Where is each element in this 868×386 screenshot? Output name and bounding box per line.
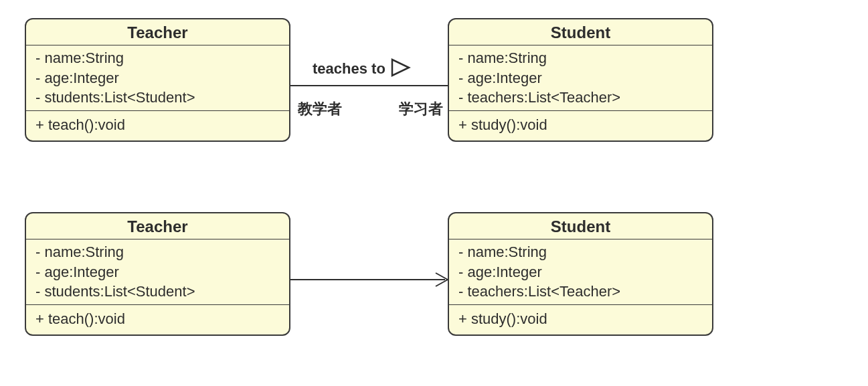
arrowhead-line-1 <box>436 273 448 280</box>
class-title: Teacher <box>26 213 289 239</box>
class-attributes: - name:String - age:Integer - students:L… <box>26 45 289 111</box>
attr-line: - age:Integer <box>458 262 703 282</box>
uml-diagram-canvas: Teacher - name:String - age:Integer - st… <box>0 0 868 386</box>
attr-line: - teachers:List<Teacher> <box>458 88 703 108</box>
op-line: + teach():void <box>35 115 280 135</box>
op-line: + teach():void <box>35 309 280 329</box>
class-attributes: - name:String - age:Integer - teachers:L… <box>449 45 712 111</box>
class-student-top: Student - name:String - age:Integer - te… <box>448 18 713 142</box>
attr-line: - age:Integer <box>458 68 703 88</box>
attr-line: - name:String <box>458 48 703 68</box>
class-operations: + teach():void <box>26 305 289 334</box>
association-role-left: 教学者 <box>298 99 342 119</box>
class-title: Student <box>449 213 712 239</box>
op-line: + study():void <box>458 309 703 329</box>
attr-line: - name:String <box>35 48 280 68</box>
class-operations: + study():void <box>449 111 712 140</box>
association-role-right: 学习者 <box>399 99 443 119</box>
arrowhead-line-2 <box>436 280 448 286</box>
class-teacher-top: Teacher - name:String - age:Integer - st… <box>25 18 290 142</box>
class-operations: + teach():void <box>26 111 289 140</box>
class-teacher-bottom: Teacher - name:String - age:Integer - st… <box>25 212 290 336</box>
attr-line: - age:Integer <box>35 68 280 88</box>
attr-line: - students:List<Student> <box>35 282 280 302</box>
class-title: Student <box>449 19 712 45</box>
class-attributes: - name:String - age:Integer - students:L… <box>26 239 289 305</box>
class-operations: + study():void <box>449 305 712 334</box>
direction-triangle-icon <box>392 60 409 76</box>
attr-line: - name:String <box>458 242 703 262</box>
attr-line: - teachers:List<Teacher> <box>458 282 703 302</box>
class-title: Teacher <box>26 19 289 45</box>
attr-line: - name:String <box>35 242 280 262</box>
class-student-bottom: Student - name:String - age:Integer - te… <box>448 212 713 336</box>
attr-line: - students:List<Student> <box>35 88 280 108</box>
attr-line: - age:Integer <box>35 262 280 282</box>
op-line: + study():void <box>458 115 703 135</box>
association-label-teaches-to: teaches to <box>313 60 385 78</box>
class-attributes: - name:String - age:Integer - teachers:L… <box>449 239 712 305</box>
